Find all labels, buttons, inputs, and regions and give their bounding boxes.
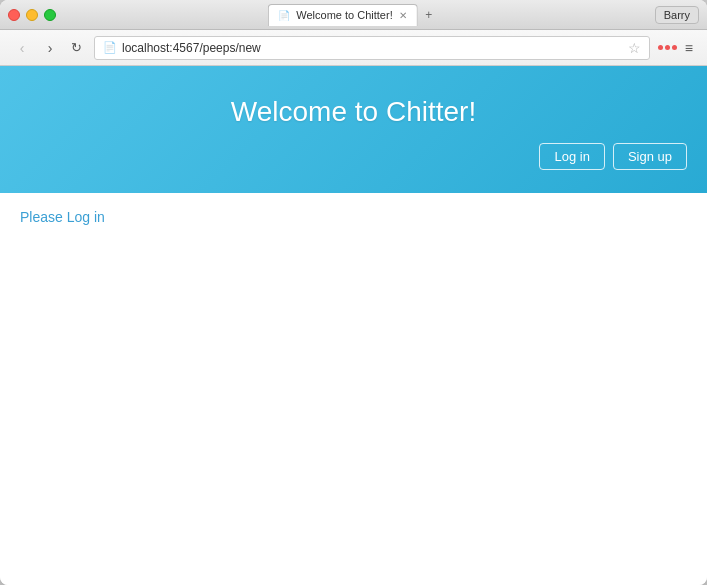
- page-content: Welcome to Chitter! Log in Sign up Pleas…: [0, 66, 707, 585]
- nav-right-controls: ≡: [658, 38, 697, 58]
- new-tab-button[interactable]: +: [418, 4, 440, 26]
- bookmark-icon[interactable]: ☆: [628, 40, 641, 56]
- notification-dots: [658, 45, 677, 50]
- nav-bar: ‹ › ↻ 📄 localhost:4567/peeps/new ☆ ≡: [0, 30, 707, 66]
- app-header: Welcome to Chitter! Log in Sign up: [0, 66, 707, 193]
- dot-1: [658, 45, 663, 50]
- active-tab[interactable]: 📄 Welcome to Chitter! ✕: [267, 4, 417, 26]
- login-button[interactable]: Log in: [539, 143, 604, 170]
- please-login-message: Please Log in: [20, 209, 105, 225]
- header-buttons: Log in Sign up: [20, 143, 687, 178]
- dot-2: [665, 45, 670, 50]
- tab-favicon-icon: 📄: [278, 10, 290, 21]
- traffic-lights: [8, 9, 56, 21]
- app-title: Welcome to Chitter!: [20, 86, 687, 143]
- minimize-button[interactable]: [26, 9, 38, 21]
- tab-close-icon[interactable]: ✕: [399, 10, 407, 21]
- menu-icon[interactable]: ≡: [681, 38, 697, 58]
- browser-window: 📄 Welcome to Chitter! ✕ + Barry ‹ › ↻ 📄 …: [0, 0, 707, 585]
- signup-button[interactable]: Sign up: [613, 143, 687, 170]
- close-button[interactable]: [8, 9, 20, 21]
- forward-button[interactable]: ›: [38, 36, 62, 60]
- maximize-button[interactable]: [44, 9, 56, 21]
- tab-title: Welcome to Chitter!: [296, 9, 392, 21]
- reload-button[interactable]: ↻: [66, 38, 86, 58]
- title-bar: 📄 Welcome to Chitter! ✕ + Barry: [0, 0, 707, 30]
- user-badge: Barry: [655, 6, 699, 24]
- tab-bar: 📄 Welcome to Chitter! ✕ +: [267, 4, 439, 26]
- back-button[interactable]: ‹: [10, 36, 34, 60]
- log-in-link[interactable]: Log in: [67, 209, 105, 225]
- address-text: localhost:4567/peeps/new: [122, 41, 623, 55]
- dot-3: [672, 45, 677, 50]
- app-body: Please Log in: [0, 193, 707, 585]
- address-bar[interactable]: 📄 localhost:4567/peeps/new ☆: [94, 36, 650, 60]
- please-text: Please: [20, 209, 63, 225]
- address-icon: 📄: [103, 41, 117, 54]
